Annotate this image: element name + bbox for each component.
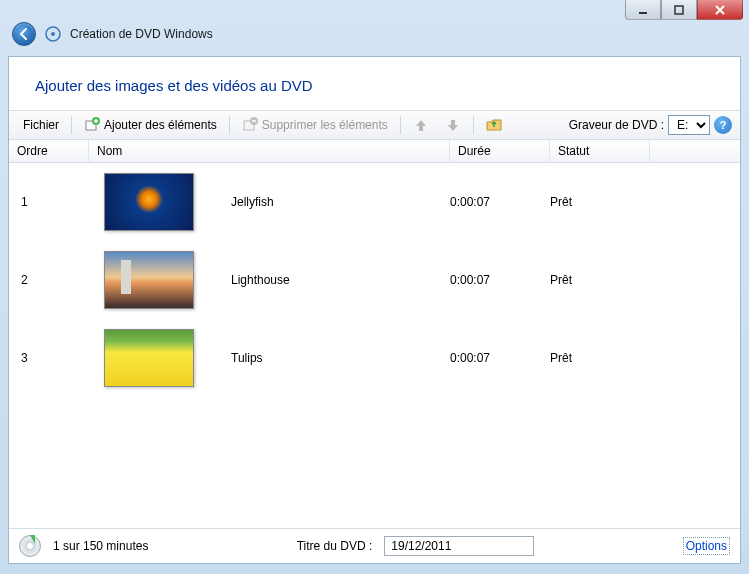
disc-usage-icon xyxy=(19,535,41,557)
file-menu-label: Fichier xyxy=(23,118,59,132)
help-button[interactable]: ? xyxy=(714,116,732,134)
col-header-end xyxy=(650,140,740,162)
dvd-title-label: Titre du DVD : xyxy=(297,539,373,553)
options-link[interactable]: Options xyxy=(683,537,730,555)
thumbnail-image xyxy=(104,329,194,387)
cell-order: 1 xyxy=(9,195,89,209)
remove-items-label: Supprimer les éléments xyxy=(262,118,388,132)
arrow-down-icon xyxy=(445,117,461,133)
list-header: Ordre Nom Durée Statut xyxy=(9,140,740,163)
burner-select[interactable]: E: xyxy=(668,115,710,135)
separator xyxy=(71,116,72,134)
cell-name: Lighthouse xyxy=(209,273,450,287)
cell-order: 2 xyxy=(9,273,89,287)
svg-point-3 xyxy=(51,32,55,36)
remove-icon xyxy=(242,117,258,133)
move-down-button xyxy=(439,114,467,136)
separator xyxy=(400,116,401,134)
col-header-order[interactable]: Ordre xyxy=(9,140,89,162)
cell-thumbnail xyxy=(89,329,209,387)
dialog-panel: Ajouter des images et des vidéos au DVD … xyxy=(8,56,741,564)
add-items-button[interactable]: Ajouter des éléments xyxy=(78,114,223,136)
cell-status: Prêt xyxy=(550,273,650,287)
file-menu[interactable]: Fichier xyxy=(17,115,65,135)
cell-duration: 0:00:07 xyxy=(450,195,550,209)
header-bar: Création de DVD Windows xyxy=(0,0,749,52)
burner-label: Graveur de DVD : xyxy=(569,118,664,132)
thumbnail-image xyxy=(104,173,194,231)
arrow-up-icon xyxy=(413,117,429,133)
col-header-status[interactable]: Statut xyxy=(550,140,650,162)
cell-duration: 0:00:07 xyxy=(450,273,550,287)
cell-name: Tulips xyxy=(209,351,450,365)
cell-name: Jellyfish xyxy=(209,195,450,209)
back-button[interactable] xyxy=(12,22,36,46)
cell-order: 3 xyxy=(9,351,89,365)
add-icon xyxy=(84,117,100,133)
remove-items-button: Supprimer les éléments xyxy=(236,114,394,136)
dvd-title-input[interactable] xyxy=(384,536,534,556)
table-row[interactable]: 1Jellyfish0:00:07Prêt xyxy=(9,163,740,241)
cell-thumbnail xyxy=(89,173,209,231)
page-title: Ajouter des images et des vidéos au DVD xyxy=(9,57,740,110)
folder-up-icon xyxy=(486,117,502,133)
folder-button[interactable] xyxy=(480,114,508,136)
col-header-duration[interactable]: Durée xyxy=(450,140,550,162)
toolbar: Fichier Ajouter des éléments Supprimer l… xyxy=(9,110,740,140)
move-up-button xyxy=(407,114,435,136)
cell-duration: 0:00:07 xyxy=(450,351,550,365)
separator xyxy=(473,116,474,134)
separator xyxy=(229,116,230,134)
cell-status: Prêt xyxy=(550,195,650,209)
table-row[interactable]: 2Lighthouse0:00:07Prêt xyxy=(9,241,740,319)
window-title: Création de DVD Windows xyxy=(70,27,213,41)
table-row[interactable]: 3Tulips0:00:07Prêt xyxy=(9,319,740,397)
col-header-name[interactable]: Nom xyxy=(89,140,450,162)
cell-thumbnail xyxy=(89,251,209,309)
usage-text: 1 sur 150 minutes xyxy=(53,539,148,553)
cell-status: Prêt xyxy=(550,351,650,365)
item-list: 1Jellyfish0:00:07Prêt2Lighthouse0:00:07P… xyxy=(9,163,740,528)
thumbnail-image xyxy=(104,251,194,309)
dvd-app-icon xyxy=(44,25,62,43)
status-bar: 1 sur 150 minutes Titre du DVD : Options xyxy=(9,528,740,563)
add-items-label: Ajouter des éléments xyxy=(104,118,217,132)
